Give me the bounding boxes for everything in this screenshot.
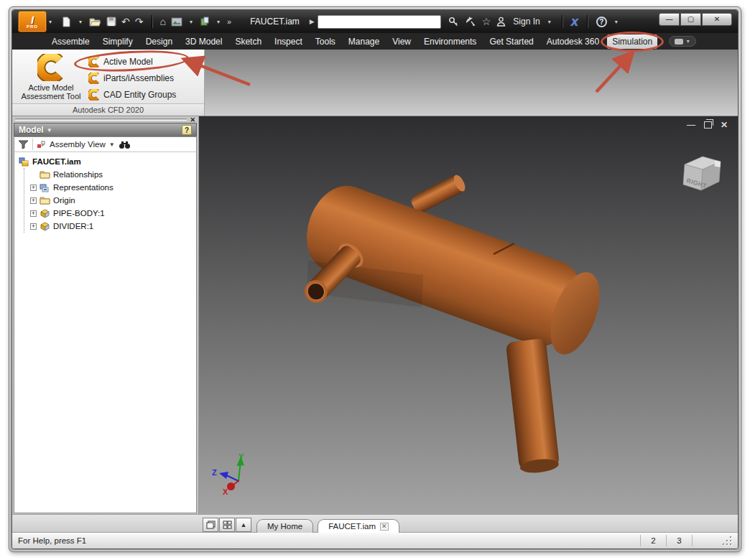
exchange-apps-icon[interactable]: X: [571, 16, 578, 28]
tab-assemble[interactable]: Assemble: [47, 34, 95, 49]
cascade-icon: [206, 521, 216, 529]
filter-icon[interactable]: [18, 140, 29, 149]
tab-environments[interactable]: Environments: [419, 34, 481, 49]
application-menu-button[interactable]: I PRO: [18, 11, 47, 32]
save-icon[interactable]: [106, 17, 116, 27]
tab-sketch[interactable]: Sketch: [230, 34, 267, 49]
browser-title-caret-icon[interactable]: ▼: [47, 127, 52, 134]
render-image-icon[interactable]: [171, 17, 182, 27]
material-caret-icon[interactable]: ▾: [217, 19, 220, 25]
document-window-controls: — ✕: [687, 121, 728, 129]
communication-center-icon[interactable]: [465, 17, 476, 27]
tree-item-faucet[interactable]: FAUCET.iam: [19, 155, 196, 168]
resize-grip[interactable]: [722, 536, 732, 546]
doc-close-icon[interactable]: ✕: [721, 121, 728, 129]
ribbon-display-toggle[interactable]: ▼: [669, 36, 696, 47]
help-icon[interactable]: ?: [596, 17, 607, 27]
tab-simplify[interactable]: Simplify: [98, 34, 138, 49]
browser-grab-bar[interactable]: ✕: [12, 116, 198, 123]
browser-header[interactable]: Model ▼ ?: [14, 123, 197, 136]
tab-3d-model[interactable]: 3D Model: [180, 34, 227, 49]
tree-item-representations[interactable]: + Representations: [30, 181, 196, 194]
find-binoculars-icon[interactable]: [119, 140, 131, 149]
browser-toolbar: Assembly View ▼: [14, 136, 197, 152]
view-cube-corner[interactable]: [715, 161, 721, 168]
cad-entity-groups-label: CAD Entity Groups: [103, 90, 176, 100]
browser-title: Model: [19, 125, 44, 135]
part-icon: [40, 221, 50, 231]
user-icon[interactable]: [496, 17, 506, 27]
cfd-icon: [88, 89, 100, 101]
axis-z-label: Z: [212, 468, 217, 477]
browser-close-icon[interactable]: ✕: [190, 117, 195, 123]
expand-tabbar-button[interactable]: ▲: [236, 518, 251, 532]
model-scene: RIGHT Y Z X: [199, 116, 738, 514]
panel-footer-label[interactable]: Autodesk CFD 2020: [12, 103, 204, 116]
expand-icon[interactable]: +: [30, 223, 37, 230]
expand-icon[interactable]: +: [30, 197, 37, 204]
view-mode-caret-icon[interactable]: ▼: [109, 141, 115, 148]
tree-item-origin[interactable]: + Origin: [30, 194, 196, 207]
tree-item-divider[interactable]: + DIVIDER:1: [30, 220, 196, 233]
tab-get-started[interactable]: Get Started: [484, 34, 538, 49]
cad-entity-groups-button[interactable]: CAD Entity Groups: [85, 88, 179, 102]
expand-icon[interactable]: +: [30, 210, 37, 217]
expand-icon[interactable]: +: [30, 185, 37, 191]
view-mode-label[interactable]: Assembly View: [50, 140, 106, 149]
status-cell-empty: .: [692, 535, 718, 546]
redo-icon[interactable]: ↷: [135, 17, 144, 27]
active-model-assessment-tool-button[interactable]: Active Model Assessment Tool: [17, 52, 85, 103]
tree-guide-line: [24, 168, 24, 233]
sign-in-caret-icon[interactable]: ▾: [548, 19, 551, 25]
tab-design[interactable]: Design: [141, 34, 177, 49]
maximize-button[interactable]: ▢: [680, 13, 701, 26]
tab-autodesk-360[interactable]: Autodesk 360: [542, 34, 604, 49]
doc-restore-icon[interactable]: [704, 121, 712, 129]
tab-manage[interactable]: Manage: [343, 34, 384, 49]
browser-help-icon[interactable]: ?: [182, 125, 192, 135]
tab-simulation[interactable]: Simulation: [607, 34, 657, 49]
inventor-logo-icon: I: [31, 15, 34, 24]
minimize-button[interactable]: —: [659, 13, 680, 26]
status-cell-files: 3: [666, 535, 692, 546]
tree-item-pipe-body[interactable]: + PIPE-BODY:1: [30, 207, 196, 220]
search-key-icon[interactable]: [448, 17, 459, 27]
iparts-label: iParts/iAssemblies: [103, 73, 174, 83]
iparts-iassemblies-button[interactable]: iParts/iAssemblies: [85, 71, 179, 85]
tab-inspect[interactable]: Inspect: [269, 34, 307, 49]
grab-handle[interactable]: [15, 118, 187, 121]
tile-windows-button[interactable]: [219, 518, 235, 532]
undo-icon[interactable]: ↶: [121, 17, 130, 27]
tab-close-icon[interactable]: ✕: [380, 523, 389, 531]
render-caret-icon[interactable]: ▾: [190, 19, 193, 25]
graphics-viewport[interactable]: RIGHT Y Z X — ✕: [199, 116, 738, 514]
home-icon[interactable]: ⌂: [160, 17, 166, 27]
favorites-star-icon[interactable]: ☆: [482, 16, 491, 27]
tab-view[interactable]: View: [387, 34, 416, 49]
open-file-icon[interactable]: [89, 17, 101, 27]
status-message: For Help, press F1: [18, 536, 86, 545]
tab-tools[interactable]: Tools: [310, 34, 341, 49]
new-file-icon[interactable]: [61, 17, 72, 27]
tree-item-label: Representations: [53, 183, 114, 192]
pro-badge: PRO: [27, 24, 38, 29]
active-model-button[interactable]: Active Model: [85, 55, 179, 69]
close-button[interactable]: ✕: [702, 13, 732, 26]
tree-item-relationships[interactable]: Relationships: [40, 168, 196, 181]
toolbar-overflow-icon[interactable]: »: [227, 17, 231, 27]
cascade-windows-button[interactable]: [203, 518, 218, 532]
search-expander-icon[interactable]: ▶: [310, 18, 315, 25]
sign-in-label[interactable]: Sign In: [513, 17, 540, 27]
autodesk-cfd-panel: Active Model Assessment Tool Active Mode…: [12, 50, 205, 116]
new-file-caret-icon[interactable]: ▾: [79, 19, 82, 25]
search-input[interactable]: [318, 15, 441, 29]
tab-faucet-document[interactable]: FAUCET.iam ✕: [318, 519, 399, 533]
material-icon[interactable]: [200, 17, 210, 27]
help-caret-icon[interactable]: ▾: [615, 19, 618, 25]
assessment-tool-label-line2: Assessment Tool: [22, 92, 81, 101]
toolbar-separator: [152, 15, 152, 28]
tab-my-home[interactable]: My Home: [256, 519, 313, 533]
doc-minimize-icon[interactable]: —: [687, 121, 695, 129]
folder-icon: [40, 170, 50, 179]
app-menu-caret-icon[interactable]: ▾: [49, 19, 52, 25]
